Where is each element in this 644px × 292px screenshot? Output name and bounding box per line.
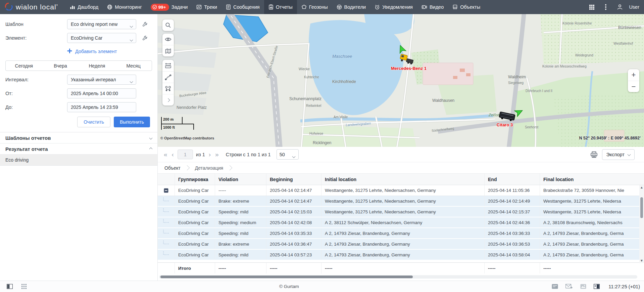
last-page-icon[interactable]: » [214, 151, 219, 158]
nav-item-units[interactable]: Объекты [448, 0, 485, 14]
nav-item-tracks[interactable]: Треки [192, 0, 221, 14]
unit-marker-mercedes[interactable] [399, 53, 415, 67]
total-end: ----- [484, 263, 540, 274]
element-select[interactable]: EcoDriving Car [67, 33, 136, 43]
first-page-icon[interactable]: « [163, 151, 168, 158]
collapse-toggle-icon[interactable] [158, 185, 175, 196]
cell-initial: A 2, 14793 Ziesar, Brandenburg, Germany [321, 228, 484, 238]
header-initial-location[interactable]: Initial location [321, 174, 484, 185]
nav-item-notifications[interactable]: Уведомления [370, 0, 417, 14]
unit-label-citaro[interactable]: Citaro 3 [497, 122, 513, 127]
nav-item-reports[interactable]: Отчеты [264, 0, 297, 14]
map-canvas[interactable]: Maschsee Wiecke Kuhteiche Kirchhofriede … [158, 14, 644, 147]
vertical-scrollbar[interactable]: ▲ ▼ [639, 185, 644, 263]
scroll-down-icon[interactable]: ▼ [640, 258, 643, 263]
page-number-input[interactable] [178, 150, 193, 159]
table-row[interactable]: EcoDriving Car Speeding: mild 2025-04-14… [158, 207, 644, 217]
header-final-location[interactable]: Final location [540, 174, 644, 185]
apps-grid-icon[interactable] [586, 1, 597, 13]
table-row[interactable]: EcoDriving Car Speeding: mild 2025-04-14… [158, 228, 644, 239]
horizontal-scroll-thumb[interactable] [160, 276, 413, 278]
nav-item-drivers[interactable]: Водители [332, 0, 370, 14]
table-row[interactable]: EcoDriving Car Speeding: mild 2025-04-14… [158, 250, 644, 260]
app-logo[interactable]: wialon localʼ [0, 0, 65, 14]
image-preview-icon[interactable] [580, 284, 586, 289]
export-button[interactable]: Экспорт [602, 149, 635, 160]
measure-ruler-icon[interactable] [162, 60, 174, 71]
nav-item-geofences[interactable]: Геозоны [297, 0, 332, 14]
unit-marker-citaro[interactable] [498, 111, 517, 123]
nav-item-video[interactable]: Видео [417, 0, 448, 14]
cell-final: Westtangente, 31275 Lehrte, Niedersa [540, 207, 644, 217]
section-report-templates[interactable]: Шаблоны отчетов [0, 132, 157, 143]
scroll-up-icon[interactable]: ▲ [640, 185, 643, 190]
section-report-result[interactable]: Результат отчета [0, 143, 157, 155]
template-select-value: Eco driving report new [71, 22, 117, 27]
from-date-input[interactable]: 2025 Апрель 14 00:00 [67, 88, 136, 98]
expand-chevron-right-icon[interactable] [162, 94, 174, 106]
unit-label-mercedes[interactable]: Mercedes-Benz 1 [391, 66, 427, 71]
table-row[interactable]: EcoDriving Car Brake: extreme 2025-04-14… [158, 196, 644, 207]
table-row[interactable]: EcoDriving Car Speeding: medium 2025-04-… [158, 217, 644, 228]
user-account-icon[interactable] [614, 1, 626, 13]
range-week-button[interactable]: Неделя [79, 61, 115, 71]
nav-item-monitoring[interactable]: Мониторинг [103, 0, 146, 14]
tab-object[interactable]: Объект [163, 165, 182, 171]
nav-label: Сообщения [233, 4, 260, 10]
cell-group: EcoDriving Car [175, 196, 215, 206]
result-tabs: Объект Детализация [158, 162, 644, 174]
header-violation[interactable]: Violation [215, 174, 266, 185]
table-row[interactable]: EcoDriving Car ----- 2025-04-14 02:14:47… [158, 185, 644, 196]
range-month-button[interactable]: Месяц [115, 61, 152, 71]
zoom-out-button[interactable]: − [628, 81, 639, 92]
page-size-select[interactable]: 50 [277, 149, 299, 160]
run-report-button[interactable]: Выполнить [114, 117, 150, 127]
range-yesterday-button[interactable]: Вчера [42, 61, 79, 71]
report-result-item[interactable]: Eco driving [0, 155, 157, 166]
horizontal-scrollbar[interactable] [159, 275, 637, 279]
template-settings-wrench-icon[interactable] [142, 22, 148, 27]
markers-pair-icon[interactable] [162, 83, 174, 94]
template-label: Шаблон [5, 22, 67, 27]
next-page-icon[interactable]: › [208, 151, 211, 158]
toggle-left-panel-icon[interactable] [7, 284, 13, 289]
tree-branch-icon [158, 196, 175, 206]
add-element-button[interactable]: Добавить элемент [0, 48, 157, 54]
nav-item-dashboard[interactable]: Дашборд [65, 0, 103, 14]
search-icon[interactable] [162, 19, 174, 31]
copyright-label[interactable]: © Gurtam [279, 284, 299, 289]
interval-select[interactable]: Указанный интервал [67, 75, 136, 85]
to-date-input[interactable]: 2025 Апрель 14 23:59 [67, 102, 136, 112]
to-date-value: 2025 Апрель 14 23:59 [71, 105, 118, 110]
table-total-row: Итого ----- ----- ----- ----- ----- [158, 262, 644, 274]
tab-detalization[interactable]: Детализация [194, 165, 225, 171]
print-icon[interactable] [590, 151, 598, 158]
cell-group: EcoDriving Car [175, 217, 215, 227]
zoom-in-button[interactable]: + [628, 69, 639, 81]
kebab-menu-icon[interactable] [600, 1, 611, 13]
element-settings-wrench-icon[interactable] [142, 35, 148, 41]
visibility-eye-icon[interactable] [162, 34, 174, 45]
route-icon[interactable] [162, 71, 174, 83]
cell-initial: Westtangente, 31275 Lehrte, Niedersachse… [321, 185, 484, 196]
clear-button[interactable]: Очистить [77, 117, 110, 127]
vertical-scroll-thumb[interactable] [640, 197, 643, 218]
nav-item-messages[interactable]: Сообщения [221, 0, 264, 14]
split-view-icon[interactable] [594, 284, 600, 289]
user-name[interactable]: User [629, 4, 639, 10]
template-select[interactable]: Eco driving report new [67, 19, 136, 29]
range-today-button[interactable]: Сегодня [6, 61, 42, 71]
log-panel-icon[interactable] [552, 284, 558, 289]
cell-end: 2025-04-14 03:36:33 [484, 228, 540, 238]
map-attribution[interactable]: © OpenStreetMap contributors [160, 136, 214, 140]
mail-notification-icon[interactable] [565, 284, 573, 289]
bottom-grid-icon[interactable] [21, 284, 27, 289]
table-row[interactable]: EcoDriving Car Brake: extreme 2025-04-14… [158, 239, 644, 250]
header-end[interactable]: End [484, 174, 540, 185]
map-layers-icon[interactable] [162, 45, 174, 56]
plus-icon [67, 48, 72, 54]
nav-item-tasks[interactable]: 99+ Задачи [146, 0, 192, 14]
header-group[interactable]: Группировка [175, 174, 215, 185]
prev-page-icon[interactable]: ‹ [171, 151, 175, 158]
header-beginning[interactable]: Beginning [266, 174, 321, 185]
